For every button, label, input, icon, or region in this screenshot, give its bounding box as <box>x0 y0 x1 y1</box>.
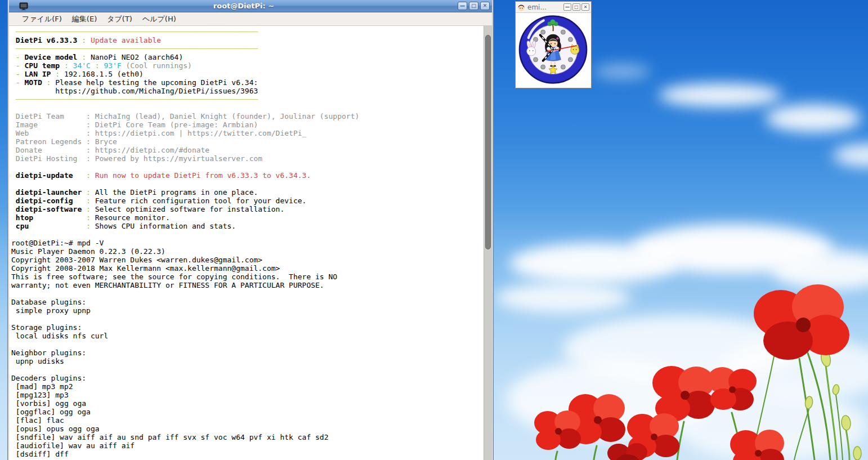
terminal-text-segment: cpu <box>11 222 29 230</box>
hand-pivot <box>552 48 554 51</box>
terminal-text-segment: - <box>11 78 24 87</box>
terminal-scrollbar[interactable] <box>484 26 492 460</box>
cloud <box>833 144 868 167</box>
clock-maximize-button[interactable]: □ <box>572 3 580 11</box>
clock-minimize-button[interactable]: — <box>563 3 571 11</box>
terminal-text-segment: : <box>73 171 95 180</box>
clock-widget-window[interactable]: emi... — □ ✕ <box>515 1 592 88</box>
terminal-text-segment: CPU temp <box>24 61 60 70</box>
terminal-text-segment: Shows CPU information and stats. <box>95 222 236 230</box>
terminal-text-segment: [mpg123] mp3 <box>11 391 69 399</box>
terminal-text-segment: DietPi Team : MichaIng (lead), Daniel Kn… <box>11 112 359 120</box>
terminal-titlebar[interactable]: root@DietPi: ~ — □ ✕ <box>9 0 492 12</box>
terminal-line <box>11 163 483 171</box>
terminal-line: dietpi-config : Feature rich configurati… <box>11 196 483 205</box>
terminal-line <box>11 315 483 323</box>
terminal-text-segment: 93'F <box>104 61 121 70</box>
terminal-line: - LAN IP : 192.168.1.5 (eth0) <box>11 70 483 78</box>
terminal-text-segment: Copyright 2003-2007 Warren Dukes <warren… <box>11 256 262 264</box>
terminal-line: [vorbis] ogg oga <box>11 399 483 408</box>
terminal-text-segment: This is free software; see the source fo… <box>11 273 337 281</box>
terminal-text-segment: MOTD <box>24 78 42 87</box>
terminal-text-segment: : <box>91 61 104 70</box>
terminal-text-segment: Neighbor plugins: <box>11 349 86 357</box>
terminal-line: Web : https://dietpi.com | https://twitt… <box>11 129 483 137</box>
menu-item[interactable]: ファイル(F) <box>17 13 67 25</box>
terminal-text-segment: [opus] opus ogg oga <box>11 425 100 433</box>
terminal-line: cpu : Shows CPU information and stats. <box>11 222 483 230</box>
terminal-text-segment: simple proxy upnp <box>11 306 91 315</box>
terminal-content[interactable]: ────────────────────────────────────────… <box>9 26 492 460</box>
terminal-menubar: ファイル(F)編集(E)タブ(T)ヘルプ(H) <box>9 12 492 26</box>
terminal-text-segment: - <box>11 70 24 78</box>
clock-titlebar[interactable]: emi... — □ ✕ <box>516 2 591 13</box>
terminal-line: [audiofile] wav au aiff aif <box>11 441 483 450</box>
terminal-text-segment: [dsdiff] dff <box>11 450 69 458</box>
menu-item[interactable]: 編集(E) <box>67 13 102 25</box>
terminal-text-segment: ────────────────────────────────────────… <box>11 28 258 36</box>
terminal-text-segment: dietpi-launcher <box>11 188 82 196</box>
terminal-text-segment: Image : DietPi Core Team (pre-image: Arm… <box>11 120 258 129</box>
terminal-line: Database plugins: <box>11 298 483 306</box>
menu-item[interactable]: タブ(T) <box>102 13 137 25</box>
terminal-window-title: root@DietPi: ~ <box>32 2 456 10</box>
terminal-text-segment: local udisks nfs curl <box>11 332 108 340</box>
terminal-line: Donate : https://dietpi.com/#donate <box>11 146 483 154</box>
terminal-text-segment: : <box>73 196 95 205</box>
terminal-text-segment: dietpi-update <box>11 171 73 180</box>
terminal-line: This is free software; see the source fo… <box>11 273 483 281</box>
terminal-text-segment: NanoPi NEO2 (aarch64) <box>91 53 183 61</box>
cloud <box>659 83 782 107</box>
terminal-text-segment: Please help testing the upcoming DietPi … <box>55 78 258 87</box>
poppy-flower <box>607 443 647 460</box>
terminal-text-segment: Donate : https://dietpi.com/#donate <box>11 146 209 154</box>
menu-item[interactable]: ヘルプ(H) <box>137 13 181 25</box>
terminal-text-segment: : <box>77 36 90 44</box>
terminal-text-segment: https://github.com/MichaIng/DietPi/issue… <box>11 87 258 95</box>
terminal-text-segment: dietpi-config <box>11 196 73 205</box>
terminal-body-text: ────────────────────────────────────────… <box>9 26 483 458</box>
terminal-line: DietPi v6.33.3 : Update available <box>11 36 483 44</box>
terminal-text-segment: warranty; not even MERCHANTABILITY or FI… <box>11 281 324 289</box>
terminal-text-segment: : <box>77 53 90 61</box>
poppy-flower <box>754 284 849 360</box>
terminal-window[interactable]: root@DietPi: ~ — □ ✕ ファイル(F)編集(E)タブ(T)ヘル… <box>8 0 493 460</box>
terminal-text-segment: [audiofile] wav au aiff aif <box>11 441 135 450</box>
terminal-line: Patreon Legends : Bryce <box>11 137 483 146</box>
terminal-text-segment: Update available <box>91 36 161 44</box>
terminal-line: local udisks nfs curl <box>11 332 483 340</box>
terminal-line: - MOTD : Please help testing the upcomin… <box>11 78 483 87</box>
terminal-maximize-button[interactable]: □ <box>469 2 478 10</box>
terminal-line: [dsdiff] dff <box>11 450 483 458</box>
terminal-text-segment: [sndfile] wav aiff aif au snd paf iff sv… <box>11 433 329 441</box>
terminal-text-segment: root@DietPi:~# mpd -V <box>11 239 104 247</box>
terminal-text-segment: Copyright 2008-2018 Max Kellermann <max.… <box>11 264 280 273</box>
terminal-text-segment: Decoders plugins: <box>11 374 86 382</box>
terminal-line <box>11 289 483 298</box>
terminal-text-segment: : <box>29 222 95 230</box>
terminal-line: dietpi-launcher : All the DietPi program… <box>11 188 483 196</box>
terminal-minimize-button[interactable]: — <box>458 2 467 10</box>
cloud <box>766 104 861 132</box>
terminal-line: htop : Resource monitor. <box>11 213 483 222</box>
terminal-text-segment: : <box>82 205 95 213</box>
terminal-text-segment: LAN IP <box>24 70 51 78</box>
terminal-text-segment: ────────────────────────────────────────… <box>11 95 258 104</box>
terminal-line: dietpi-update : Run now to update DietPi… <box>11 171 483 180</box>
terminal-close-button[interactable]: ✕ <box>480 2 490 10</box>
terminal-text-segment: Database plugins: <box>11 298 86 306</box>
clock-close-button[interactable]: ✕ <box>581 3 589 11</box>
terminal-line: simple proxy upnp <box>11 306 483 315</box>
terminal-text-segment: : <box>60 61 73 70</box>
terminal-text-segment: 192.168.1.5 (eth0) <box>64 70 144 78</box>
poppy-flowers-image <box>493 274 868 460</box>
terminal-line: warranty; not even MERCHANTABILITY or FI… <box>11 281 483 289</box>
terminal-line: Image : DietPi Core Team (pre-image: Arm… <box>11 120 483 129</box>
terminal-text-segment: [flac] flac <box>11 416 64 425</box>
terminal-line <box>11 180 483 188</box>
terminal-text-segment: Run now to update DietPi from v6.33.3 to… <box>95 171 311 180</box>
terminal-text-segment: ────────────────────────────────────────… <box>11 44 258 53</box>
terminal-scrollbar-thumb[interactable] <box>485 35 491 249</box>
terminal-line: Decoders plugins: <box>11 374 483 382</box>
terminal-line: https://github.com/MichaIng/DietPi/issue… <box>11 87 483 95</box>
